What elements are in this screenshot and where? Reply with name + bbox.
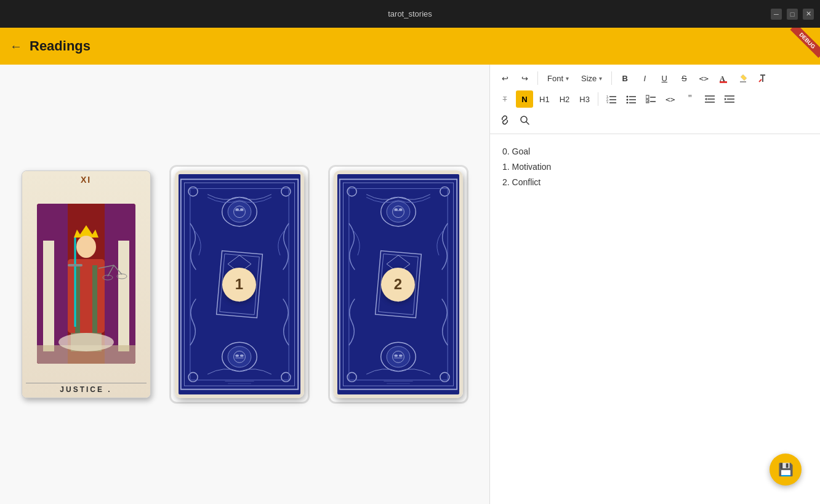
clear-format-button2[interactable]: T bbox=[496, 90, 513, 108]
normal-button[interactable]: N bbox=[516, 90, 533, 108]
close-button[interactable]: ✕ bbox=[803, 9, 814, 20]
toolbar-row-3 bbox=[496, 111, 814, 129]
highlight-button[interactable] bbox=[734, 70, 752, 87]
svg-point-80 bbox=[626, 99, 628, 101]
h2-button[interactable]: H2 bbox=[556, 90, 574, 108]
text-color-icon: A bbox=[718, 73, 728, 83]
card1-number: 1 bbox=[235, 276, 243, 293]
unordered-list-button[interactable] bbox=[622, 90, 640, 108]
italic-button[interactable]: I bbox=[636, 70, 653, 87]
indent-left-icon bbox=[705, 95, 715, 103]
checklist-icon bbox=[646, 95, 656, 103]
size-label: Size bbox=[581, 74, 597, 83]
checklist-button[interactable] bbox=[642, 90, 659, 108]
h1-button[interactable]: H1 bbox=[536, 90, 553, 108]
ordered-list-button[interactable]: 1. 2. 3. bbox=[603, 90, 620, 108]
main-area: XI bbox=[0, 65, 820, 504]
svg-point-61 bbox=[387, 346, 410, 367]
svg-point-57 bbox=[398, 208, 402, 210]
card1[interactable]: 1 bbox=[175, 170, 304, 398]
toolbar-row-2: T N H1 H2 H3 1. 2. 3. bbox=[496, 90, 814, 108]
justice-figure bbox=[37, 204, 135, 364]
card1-number-badge: 1 bbox=[222, 268, 256, 302]
svg-rect-4 bbox=[118, 241, 129, 351]
link-icon bbox=[500, 115, 510, 125]
maximize-button[interactable]: □ bbox=[787, 9, 798, 20]
bold-button[interactable]: B bbox=[616, 70, 633, 87]
justice-card-label: JUSTICE . bbox=[26, 383, 147, 394]
underline-button[interactable]: U bbox=[656, 70, 673, 87]
card2-wrapper[interactable]: 2 bbox=[328, 165, 468, 404]
svg-rect-69 bbox=[720, 81, 727, 83]
blockquote-button[interactable]: " bbox=[681, 90, 699, 108]
toolbar-sep-3 bbox=[598, 92, 598, 106]
code-block-button[interactable]: <> bbox=[662, 90, 679, 108]
font-label: Font bbox=[547, 74, 563, 83]
justice-card[interactable]: XI bbox=[22, 170, 151, 398]
svg-line-96 bbox=[526, 122, 529, 124]
svg-point-8 bbox=[76, 236, 96, 258]
svg-rect-84 bbox=[646, 95, 649, 98]
svg-point-56 bbox=[394, 208, 398, 210]
card1-inner: 1 bbox=[175, 170, 304, 398]
minimize-button[interactable]: ─ bbox=[771, 9, 782, 20]
svg-point-40 bbox=[235, 354, 239, 357]
font-chevron: ▾ bbox=[566, 75, 569, 82]
app-title: tarot_stories bbox=[388, 9, 432, 18]
h3-button[interactable]: H3 bbox=[576, 90, 593, 108]
justice-card-inner: XI bbox=[22, 171, 150, 398]
cards-panel: XI bbox=[0, 65, 489, 504]
search-icon bbox=[520, 115, 529, 125]
indent-right-icon bbox=[725, 95, 734, 103]
svg-point-32 bbox=[235, 208, 239, 210]
svg-point-53 bbox=[387, 201, 410, 222]
svg-point-65 bbox=[398, 354, 402, 357]
svg-point-78 bbox=[626, 96, 628, 98]
save-button[interactable]: 💾 bbox=[770, 454, 802, 486]
svg-rect-3 bbox=[43, 241, 54, 351]
justice-card-container: XI bbox=[22, 170, 151, 398]
undo-button[interactable]: ↩ bbox=[496, 70, 513, 87]
back-button[interactable]: ← bbox=[10, 39, 22, 54]
text-color-button[interactable]: A bbox=[715, 70, 732, 87]
indent-left-button[interactable] bbox=[701, 90, 718, 108]
toolbar-row-1: ↩ ↪ Font ▾ Size ▾ B I U S <> bbox=[496, 70, 814, 87]
toolbar-sep-1 bbox=[537, 71, 538, 85]
svg-point-82 bbox=[626, 102, 628, 104]
editor-line-0: 0. Goal bbox=[502, 144, 808, 159]
card-roman-numeral: XI bbox=[81, 175, 91, 185]
svg-point-29 bbox=[228, 201, 251, 222]
editor-panel: ↩ ↪ Font ▾ Size ▾ B I U S <> bbox=[489, 65, 820, 504]
svg-rect-70 bbox=[740, 81, 746, 82]
indent-right-button[interactable] bbox=[721, 90, 738, 108]
svg-line-71 bbox=[759, 79, 762, 82]
font-dropdown[interactable]: Font ▾ bbox=[542, 70, 574, 87]
card2-inner: 2 bbox=[334, 170, 463, 398]
redo-button[interactable]: ↪ bbox=[516, 70, 533, 87]
toolbar-sep-2 bbox=[611, 71, 612, 85]
size-chevron: ▾ bbox=[599, 75, 602, 82]
strikethrough-button[interactable]: S bbox=[675, 70, 693, 87]
svg-point-33 bbox=[239, 208, 243, 210]
highlight-icon bbox=[738, 73, 748, 83]
svg-text:3.: 3. bbox=[606, 101, 609, 103]
editor-content[interactable]: 0. Goal 1. Motivation 2. Conflict bbox=[490, 134, 820, 504]
clear-format-icon bbox=[758, 73, 768, 83]
card2[interactable]: 2 bbox=[334, 170, 463, 398]
editor-toolbar: ↩ ↪ Font ▾ Size ▾ B I U S <> bbox=[490, 65, 820, 134]
svg-point-37 bbox=[228, 346, 251, 367]
ordered-list-icon: 1. 2. 3. bbox=[606, 95, 616, 103]
size-dropdown[interactable]: Size ▾ bbox=[576, 70, 607, 87]
card1-wrapper[interactable]: 1 bbox=[169, 165, 310, 404]
svg-rect-6 bbox=[68, 259, 105, 333]
debug-ribbon: DEBUG bbox=[783, 28, 820, 65]
unordered-list-icon bbox=[626, 95, 636, 103]
card2-number-badge: 2 bbox=[381, 268, 415, 302]
clear-format-button[interactable] bbox=[754, 70, 771, 87]
inline-code-button[interactable]: <> bbox=[695, 70, 712, 87]
page-title: Readings bbox=[30, 38, 90, 54]
link-button[interactable] bbox=[496, 111, 513, 129]
editor-line-1: 1. Motivation bbox=[502, 159, 808, 175]
search-button[interactable] bbox=[516, 111, 533, 129]
svg-line-94 bbox=[504, 119, 506, 121]
